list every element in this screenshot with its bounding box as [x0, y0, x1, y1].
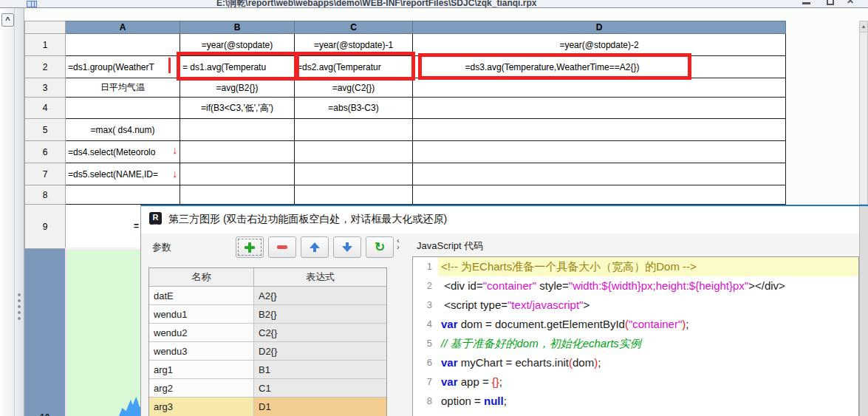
overflow-marker-A2 [168, 58, 171, 73]
row-header-3[interactable]: 3 [25, 78, 66, 98]
row-header-10[interactable]: 10 [25, 249, 66, 416]
param-row[interactable]: wendu2C2{} [149, 324, 386, 342]
code-editor[interactable]: 1<!-- 为ECharts准备一个具备大小（宽高）的Dom -->2 <div… [412, 256, 859, 416]
row-header-5[interactable]: 5 [25, 119, 66, 141]
third-party-chart-dialog: R 第三方图形 (双击右边功能面板空白处，对话框最大化或还原) 参数 ↻ ‹› … [140, 205, 868, 416]
cell-A3[interactable]: 日平均气温 [66, 78, 180, 98]
move-down-button[interactable] [333, 236, 361, 258]
param-expression[interactable]: D1 [254, 398, 386, 416]
param-row[interactable]: datEA2{} [149, 287, 386, 305]
cell-D4[interactable] [413, 98, 786, 119]
splitter-drag-handle[interactable] [17, 290, 21, 323]
vertical-scrollbar[interactable]: ▲ [859, 21, 868, 205]
row-header-8[interactable]: 8 [25, 185, 66, 205]
column-header-D[interactable]: D [413, 21, 786, 34]
cell-A5[interactable]: =max( ds4.num) [66, 119, 180, 141]
param-name[interactable]: wendu2 [149, 324, 254, 341]
cell-A2[interactable]: =ds1.group(WeatherT [66, 56, 180, 78]
cell-D7[interactable] [413, 163, 786, 185]
column-header-B[interactable]: B [180, 21, 295, 34]
param-name[interactable]: datE [149, 287, 254, 304]
cell-B7[interactable] [180, 163, 295, 185]
param-row[interactable]: wendu1B2{} [149, 305, 386, 324]
overflow-arrow-A7: ↓ [172, 168, 178, 179]
code-line[interactable]: 8option = null; [413, 392, 858, 411]
row-header-1[interactable]: 1 [25, 34, 66, 56]
code-line-text: <script type="text/javascript"> [438, 296, 858, 315]
param-row[interactable]: arg1B1 [149, 361, 386, 379]
cell-B6[interactable] [180, 141, 295, 163]
param-row[interactable]: arg3D1 [149, 398, 386, 416]
param-name[interactable]: arg1 [149, 361, 254, 378]
code-line[interactable]: 3 <script type="text/javascript"> [413, 296, 858, 315]
cell-A6[interactable]: =ds4.select(Meteorolo [66, 141, 180, 163]
report-designer-window: E:\润乾\report\web\webapps\demo\WEB-INF\re… [0, 0, 868, 416]
cell-C4[interactable]: =abs(B3-C3) [295, 98, 413, 119]
cell-D6[interactable] [413, 141, 786, 163]
code-line-text: var year =[]; [438, 411, 858, 416]
row-header-7[interactable]: 7 [25, 163, 66, 185]
cell-B3[interactable]: =avg(B2{}) [180, 78, 295, 98]
column-header-A[interactable]: A [66, 21, 180, 34]
code-line[interactable]: 6var myChart = echarts.init(dom); [413, 353, 858, 372]
code-line[interactable]: 4var dom = document.getElementById("cont… [413, 315, 858, 334]
param-name[interactable]: wendu3 [149, 342, 254, 360]
minimize-icon[interactable] [802, 2, 810, 4]
code-line-text: <!-- 为ECharts准备一个具备大小（宽高）的Dom --> [438, 257, 858, 276]
move-up-button[interactable] [301, 236, 329, 258]
cell-B4[interactable]: =if(B3<C3,'低','高') [180, 98, 295, 119]
param-expression[interactable]: D2{} [254, 342, 386, 360]
param-expression[interactable]: C1 [254, 379, 386, 397]
param-expression[interactable]: C2{} [254, 324, 386, 341]
line-number: 5 [413, 334, 438, 353]
cell-C8[interactable] [295, 185, 413, 205]
param-row[interactable]: wendu3D2{} [149, 342, 386, 361]
code-line[interactable]: 7var app = {}; [413, 372, 858, 392]
param-expression[interactable]: B2{} [254, 305, 386, 323]
add-param-button[interactable] [236, 236, 264, 258]
collapse-panel-button[interactable]: ^ [1, 13, 14, 27]
cell-C6[interactable] [295, 141, 413, 163]
param-name-header: 名称 [149, 268, 254, 286]
dialog-right-scroll-strip[interactable] [859, 206, 868, 416]
cell-D8[interactable] [413, 185, 786, 205]
code-line[interactable]: 5// 基于准备好的dom，初始化echarts实例 [413, 334, 858, 353]
dialog-title-bar[interactable]: R 第三方图形 (双击右边功能面板空白处，对话框最大化或还原) [141, 206, 860, 233]
code-line[interactable]: 2 <div id="container" style="width:${wid… [413, 276, 858, 296]
column-header-C[interactable]: C [295, 21, 413, 34]
arrow-down-icon [342, 242, 352, 252]
code-line-text: var dom = document.getElementById("conta… [438, 315, 858, 334]
row-header-4[interactable]: 4 [25, 98, 66, 119]
cell-A8[interactable] [66, 185, 180, 205]
param-name[interactable]: arg2 [149, 379, 254, 397]
cell-A7[interactable]: =ds5.select(NAME,ID= [66, 163, 180, 185]
cell-D5[interactable] [413, 119, 786, 141]
row-header-9[interactable]: 9 [25, 205, 66, 249]
param-expression[interactable]: B1 [254, 361, 386, 378]
cell-A4[interactable] [66, 98, 180, 119]
cell-B5[interactable] [180, 119, 295, 141]
scroll-up-icon[interactable]: ▲ [860, 21, 867, 33]
cell-C3[interactable]: =avg(C2{}) [295, 78, 413, 98]
param-name[interactable]: arg3 [149, 398, 254, 416]
cell-D1[interactable]: =year(@stopdate)-2 [413, 34, 786, 56]
cell-D3[interactable] [413, 78, 786, 98]
code-line[interactable]: 1<!-- 为ECharts准备一个具备大小（宽高）的Dom --> [413, 257, 858, 276]
code-line-text: <div id="container" style="width:${width… [438, 276, 858, 296]
param-row[interactable]: arg2C1 [149, 379, 386, 398]
panel-splitter-toggle[interactable]: ‹› [397, 237, 400, 250]
row-header-2[interactable]: 2 [25, 56, 66, 78]
cell-C5[interactable] [295, 119, 413, 141]
cell-B8[interactable] [180, 185, 295, 205]
code-line[interactable]: 9var year =[]; [413, 411, 858, 416]
close-icon[interactable]: ✕ [847, 0, 854, 6]
param-name[interactable]: wendu1 [149, 305, 254, 323]
param-expression[interactable]: A2{} [254, 287, 386, 304]
grid-corner[interactable] [25, 21, 66, 34]
row-header-6[interactable]: 6 [25, 141, 66, 163]
refresh-button[interactable]: ↻ [366, 236, 394, 258]
remove-param-button[interactable] [268, 236, 296, 258]
cell-A1[interactable] [66, 34, 180, 56]
restore-icon[interactable] [827, 0, 834, 5]
cell-C7[interactable] [295, 163, 413, 185]
